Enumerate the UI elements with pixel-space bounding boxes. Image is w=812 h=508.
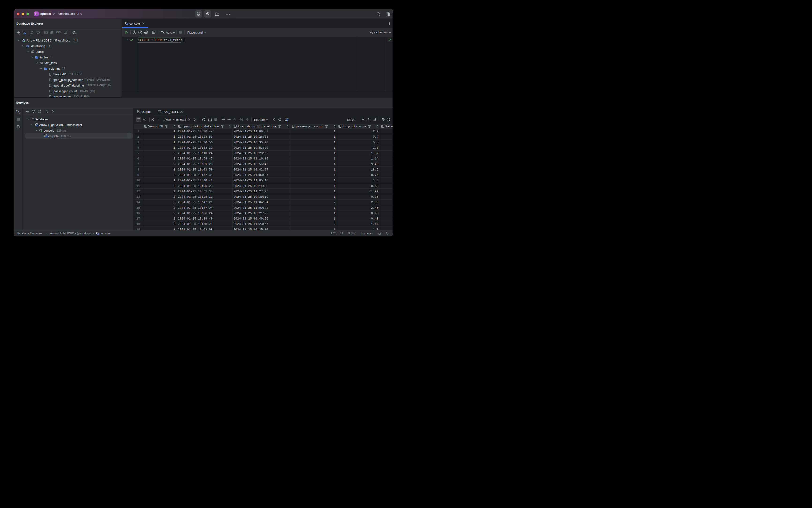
svg-text:p: p [139,31,141,34]
